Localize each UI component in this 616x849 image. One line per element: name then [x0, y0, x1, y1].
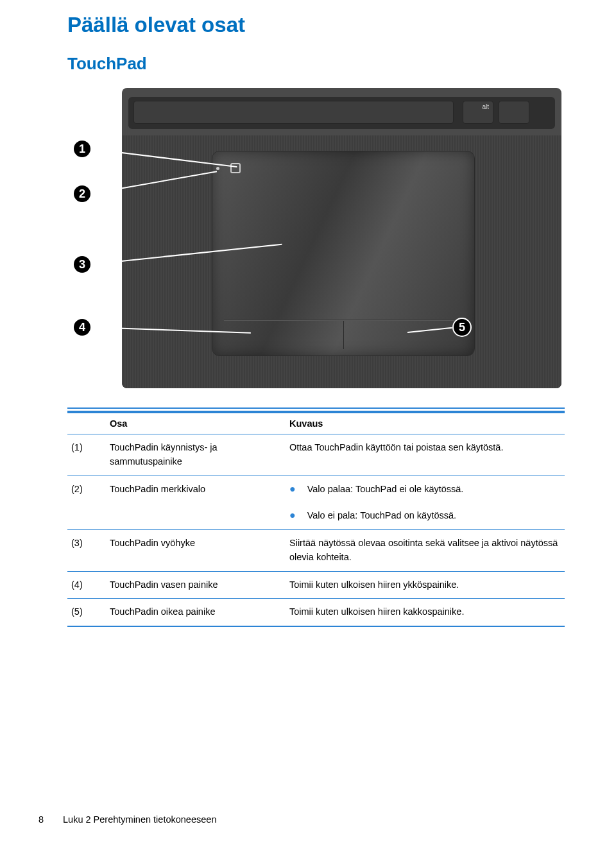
table-row: (4) TouchPadin vasen painike Toimii kute… [67, 571, 565, 599]
key-label-alt: alt [482, 103, 489, 110]
page-heading-2: TouchPad [67, 54, 565, 74]
row-name: TouchPadin käynnistys- ja sammutuspainik… [106, 434, 286, 476]
touchpad-diagram: alt 1 2 3 4 5 [67, 88, 561, 388]
table-header-osa: Osa [106, 412, 286, 434]
row-name: TouchPadin merkkivalo [106, 476, 286, 502]
row-name: TouchPadin oikea painike [106, 599, 286, 626]
row-desc: Toimii kuten ulkoisen hiiren ykköspainik… [286, 571, 565, 599]
row-num: (3) [67, 530, 106, 572]
row-desc: Toimii kuten ulkoisen hiiren kakkospaini… [286, 599, 565, 626]
row-desc: ● Valo palaa: TouchPad ei ole käytössä. [286, 476, 565, 502]
table-row: (3) TouchPadin vyöhyke Siirtää näytössä … [67, 530, 565, 572]
table-row: (1) TouchPadin käynnistys- ja sammutuspa… [67, 434, 565, 476]
callout-1: 1 [73, 139, 92, 159]
page-number: 8 [38, 814, 60, 825]
row-name: TouchPadin vyöhyke [106, 530, 286, 572]
row-num: (5) [67, 599, 106, 626]
table-row: ● Valo ei pala: TouchPad on käytössä. [67, 502, 565, 529]
row-num: (1) [67, 434, 106, 476]
row-desc: Ottaa TouchPadin käyttöön tai poistaa se… [286, 434, 565, 476]
bullet-text: Valo ei pala: TouchPad on käytössä. [307, 509, 456, 523]
callout-2: 2 [73, 184, 92, 203]
callout-3: 3 [73, 255, 92, 274]
row-desc: Siirtää näytössä olevaa osoitinta sekä v… [286, 530, 565, 572]
table-row: (5) TouchPadin oikea painike Toimii kute… [67, 599, 565, 626]
bullet-icon: ● [289, 509, 296, 522]
row-num: (2) [67, 476, 106, 502]
page-heading-1: Päällä olevat osat [67, 13, 565, 37]
page-footer: 8 Luku 2 Perehtyminen tietokoneeseen [38, 814, 216, 825]
row-name: TouchPadin vasen painike [106, 571, 286, 599]
table-header-kuvaus: Kuvaus [286, 412, 565, 434]
row-num: (4) [67, 571, 106, 599]
table-row: (2) TouchPadin merkkivalo ● Valo palaa: … [67, 476, 565, 502]
callout-4: 4 [73, 318, 92, 337]
components-table: Osa Kuvaus (1) TouchPadin käynnistys- ja… [67, 407, 565, 627]
bullet-text: Valo palaa: TouchPad ei ole käytössä. [307, 483, 464, 497]
bullet-icon: ● [289, 483, 296, 496]
callout-5: 5 [452, 318, 472, 337]
row-desc: ● Valo ei pala: TouchPad on käytössä. [286, 502, 565, 529]
chapter-label: Luku 2 Perehtyminen tietokoneeseen [63, 814, 216, 825]
